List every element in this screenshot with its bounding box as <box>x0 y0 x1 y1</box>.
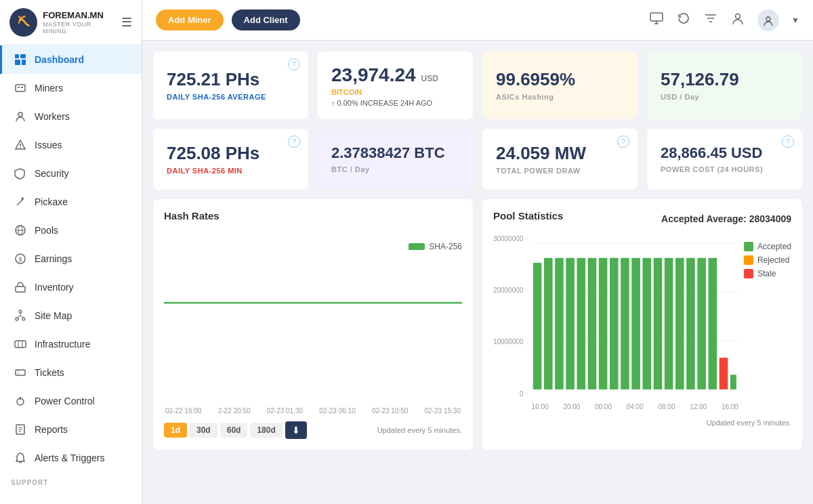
sidebar-item-dashboard[interactable]: Dashboard <box>0 45 142 74</box>
add-client-button[interactable]: Add Client <box>232 9 300 30</box>
stat-increase-bitcoin: ↑ 0.00% INCREASE 24H AGO <box>331 99 459 107</box>
time-btn-1d[interactable]: 1d <box>164 423 187 438</box>
pool-legend: Accepted Rejected Stale <box>744 235 791 411</box>
info-icon-8[interactable]: ? <box>782 135 794 148</box>
svg-rect-34 <box>650 13 663 21</box>
svg-rect-65 <box>730 375 736 390</box>
sidebar-item-infrastructure[interactable]: Infrastructure <box>0 330 142 358</box>
svg-point-9 <box>20 147 21 148</box>
filter-icon[interactable] <box>703 11 718 29</box>
hashrate-chart-card: Hash Rates SHA-256 02-22 16:00 2-22 20:5… <box>153 199 473 450</box>
svg-rect-26 <box>16 370 25 375</box>
dashboard-icon <box>13 52 28 67</box>
sidebar-item-alerts[interactable]: Alerts & Triggers <box>0 444 142 472</box>
stat-label-sha256-avg: DAILY SHA-256 AVERAGE <box>167 93 295 101</box>
sitemap-label: Site Map <box>35 310 72 321</box>
sidebar-item-powercontrol[interactable]: Power Control <box>0 387 142 415</box>
svg-rect-57 <box>642 257 651 389</box>
user-icon[interactable] <box>730 11 745 29</box>
pool-legend-rejected: Rejected <box>744 255 791 265</box>
stat-label-asics: ASICs Hashing <box>496 93 624 101</box>
main-area: Add Miner Add Client ▼ <box>142 0 813 504</box>
logo-area: ⛏ FOREMAN.MN MASTER YOUR MINING ☰ <box>0 0 142 45</box>
pool-chart-header: Pool Statistics Accepted Average: 280340… <box>493 210 791 228</box>
miners-icon <box>13 81 28 96</box>
svg-line-21 <box>17 316 20 318</box>
support-section-label: SUPPORT <box>0 472 142 489</box>
pools-icon <box>13 223 28 238</box>
sidebar-item-earnings[interactable]: $ Earnings <box>0 245 142 273</box>
security-icon <box>13 166 28 181</box>
svg-rect-56 <box>631 257 640 389</box>
info-icon-7[interactable]: ? <box>617 135 629 148</box>
svg-point-17 <box>19 310 22 313</box>
issues-icon <box>13 138 28 152</box>
pool-yaxis: 30000000 20000000 10000000 0 <box>493 235 526 398</box>
add-miner-button[interactable]: Add Miner <box>156 9 224 30</box>
user-dropdown-arrow[interactable]: ▼ <box>791 16 799 25</box>
svg-point-18 <box>16 318 18 320</box>
svg-rect-48 <box>543 257 552 389</box>
accepted-color <box>744 242 753 251</box>
stale-label: Stale <box>757 269 776 278</box>
info-icon-5[interactable]: ? <box>288 135 300 148</box>
svg-rect-3 <box>22 60 26 65</box>
svg-point-7 <box>18 112 22 117</box>
sidebar-item-issues[interactable]: Issues <box>0 131 142 159</box>
charts-row: Hash Rates SHA-256 02-22 16:00 2-22 20:5… <box>153 199 802 450</box>
workers-label: Workers <box>35 111 70 122</box>
sidebar-item-miners[interactable]: Miners <box>0 74 142 102</box>
pool-xaxis: 16:00 20:00 00:00 04:00 08:00 12:00 16:0… <box>532 403 738 411</box>
sidebar: ⛏ FOREMAN.MN MASTER YOUR MINING ☰ Dashbo… <box>0 0 142 504</box>
pickaxe-label: Pickaxe <box>35 196 68 207</box>
sidebar-item-workers[interactable]: Workers <box>0 102 142 131</box>
stat-card-bitcoin: 23,974.24 USD BITCOIN ↑ 0.00% INCREASE 2… <box>318 51 473 119</box>
sidebar-item-pickaxe[interactable]: Pickaxe <box>0 188 142 216</box>
infrastructure-label: Infrastructure <box>35 339 90 350</box>
svg-rect-49 <box>555 257 564 389</box>
svg-rect-52 <box>587 257 596 389</box>
stat-value-power-cost: 28,866.45 USD <box>661 144 789 162</box>
hamburger-icon[interactable]: ☰ <box>121 15 132 30</box>
topbar: Add Miner Add Client ▼ <box>142 0 813 41</box>
stats-grid-row2: ? 725.08 PHs DAILY SHA-256 MIN 2.3783842… <box>153 129 802 190</box>
stat-card-power-draw: ? 24.059 MW TOTAL POWER DRAW <box>482 129 638 190</box>
time-btn-60d[interactable]: 60d <box>220 423 248 438</box>
stat-sublabel-bitcoin: BITCOIN <box>331 88 459 96</box>
sha256-legend-color <box>409 243 425 250</box>
sidebar-item-sitemap[interactable]: Site Map <box>0 301 142 330</box>
svg-text:$: $ <box>19 256 22 263</box>
pool-chart-title: Pool Statistics <box>493 210 563 222</box>
sidebar-item-pools[interactable]: Pools <box>0 216 142 245</box>
download-button[interactable]: ⬇ <box>285 421 307 439</box>
avatar[interactable] <box>757 9 779 31</box>
refresh-icon[interactable] <box>676 11 691 29</box>
pool-chart-card: Pool Statistics Accepted Average: 280340… <box>482 199 802 450</box>
svg-rect-63 <box>708 257 717 389</box>
stat-card-btc-day: 2.37838427 BTC BTC / Day <box>318 129 473 190</box>
time-buttons: 1d 30d 60d 180d <box>164 423 283 438</box>
svg-rect-54 <box>609 257 618 389</box>
sitemap-icon <box>13 308 28 323</box>
pool-chart-footer: Updated every 5 minutes. <box>493 416 791 428</box>
svg-line-22 <box>20 316 24 318</box>
sidebar-item-reports[interactable]: Reports <box>0 415 142 444</box>
pool-accepted-avg: Accepted Average: 28034009 <box>661 213 791 224</box>
svg-rect-64 <box>719 358 728 390</box>
info-icon-1[interactable]: ? <box>288 58 300 70</box>
stat-label-sha256-min: DAILY SHA-256 MIN <box>167 167 295 175</box>
stat-card-sha256-min: ? 725.08 PHs DAILY SHA-256 MIN <box>153 129 308 190</box>
sidebar-item-inventory[interactable]: Inventory <box>0 273 142 301</box>
workers-icon <box>13 109 28 124</box>
svg-rect-58 <box>653 257 662 389</box>
stat-label-power-cost: POWER COST (24 HOURS) <box>661 165 789 173</box>
monitor-icon[interactable] <box>649 11 664 29</box>
time-btn-30d[interactable]: 30d <box>190 423 217 438</box>
inventory-label: Inventory <box>35 282 74 293</box>
time-btn-180d[interactable]: 180d <box>250 423 282 438</box>
sidebar-item-tickets[interactable]: Tickets <box>0 358 142 387</box>
svg-rect-50 <box>566 257 575 389</box>
stat-value-asics: 99.6959% <box>496 69 624 90</box>
sidebar-item-security[interactable]: Security <box>0 159 142 188</box>
inventory-icon <box>13 280 28 295</box>
